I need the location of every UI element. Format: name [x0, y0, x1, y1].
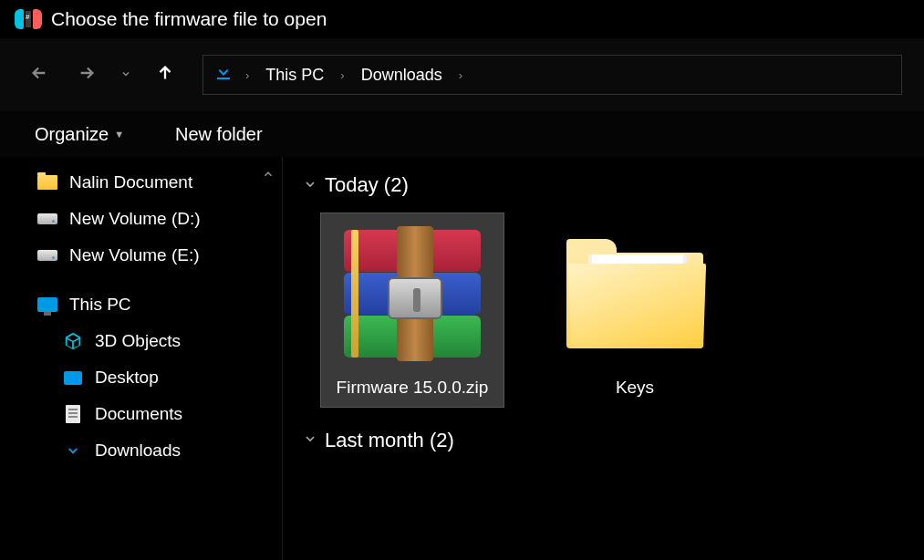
- sidebar-item-label: 3D Objects: [95, 331, 181, 351]
- drive-icon: [36, 208, 58, 230]
- sidebar-item-label: Nalin Document: [69, 172, 192, 192]
- sidebar-item-desktop[interactable]: Desktop: [0, 359, 282, 396]
- chevron-down-icon: ▼: [114, 129, 124, 140]
- cube-icon: [62, 330, 84, 352]
- chevron-down-icon: [303, 431, 317, 449]
- file-firmware-zip[interactable]: Firmware 15.0.0.zip: [321, 213, 504, 407]
- up-button[interactable]: [148, 57, 182, 93]
- file-label: Keys: [616, 376, 654, 399]
- scroll-up-icon[interactable]: [262, 168, 275, 183]
- monitor-icon: [36, 294, 58, 316]
- file-grid: Firmware 15.0.0.zip Keys: [303, 213, 904, 407]
- sidebar: Nalin Document New Volume (D:) New Volum…: [0, 157, 283, 560]
- forward-button[interactable]: [69, 57, 104, 93]
- file-keys-folder[interactable]: Keys: [544, 213, 726, 407]
- title-bar: Choose the firmware file to open: [0, 0, 924, 38]
- navigation-bar: › This PC › Downloads ›: [0, 38, 924, 111]
- sidebar-item-label: New Volume (D:): [69, 209, 201, 229]
- group-header-today[interactable]: Today (2): [303, 173, 904, 197]
- address-bar[interactable]: › This PC › Downloads ›: [202, 55, 902, 95]
- chevron-down-icon: [303, 177, 317, 194]
- organize-button[interactable]: Organize ▼: [35, 124, 124, 145]
- rar-archive-icon: [339, 221, 485, 367]
- sidebar-item-label: New Volume (E:): [69, 245, 200, 265]
- recent-dropdown[interactable]: [117, 63, 135, 88]
- sidebar-item-volume-e[interactable]: New Volume (E:): [0, 237, 282, 274]
- desktop-icon: [62, 367, 84, 389]
- group-label: Last month (2): [325, 429, 454, 452]
- window-title: Choose the firmware file to open: [51, 8, 327, 30]
- app-icon: [15, 9, 42, 29]
- breadcrumb-separator[interactable]: ›: [455, 68, 466, 82]
- back-button[interactable]: [22, 57, 57, 93]
- sidebar-item-3d-objects[interactable]: 3D Objects: [0, 323, 282, 359]
- group-header-last-month[interactable]: Last month (2): [303, 429, 904, 452]
- drive-icon: [36, 244, 58, 266]
- group-label: Today (2): [325, 173, 409, 197]
- document-icon: [62, 403, 84, 425]
- new-folder-button[interactable]: New folder: [175, 124, 263, 145]
- breadcrumb-downloads[interactable]: Downloads: [356, 60, 448, 90]
- downloads-icon: [213, 61, 234, 88]
- sidebar-item-label: Downloads: [95, 441, 181, 461]
- toolbar: Organize ▼ New folder: [0, 111, 924, 157]
- breadcrumb-separator[interactable]: ›: [242, 68, 253, 82]
- sidebar-item-downloads[interactable]: Downloads: [0, 432, 282, 469]
- breadcrumb-this-pc[interactable]: This PC: [260, 60, 329, 90]
- sidebar-item-label: This PC: [69, 295, 131, 315]
- sidebar-item-this-pc[interactable]: This PC: [0, 286, 282, 323]
- main-area: Nalin Document New Volume (D:) New Volum…: [0, 157, 924, 560]
- sidebar-item-label: Desktop: [95, 368, 159, 388]
- file-list[interactable]: Today (2) Firmware 15.0.0.zip: [283, 157, 924, 560]
- sidebar-item-nalin-document[interactable]: Nalin Document: [0, 164, 282, 201]
- file-label: Firmware 15.0.0.zip: [337, 376, 489, 399]
- sidebar-item-label: Documents: [95, 404, 182, 424]
- folder-icon: [36, 171, 58, 193]
- folder-icon: [562, 221, 708, 367]
- sidebar-item-documents[interactable]: Documents: [0, 396, 282, 432]
- sidebar-item-volume-d[interactable]: New Volume (D:): [0, 201, 282, 237]
- breadcrumb-separator[interactable]: ›: [337, 68, 348, 82]
- download-icon: [62, 440, 84, 461]
